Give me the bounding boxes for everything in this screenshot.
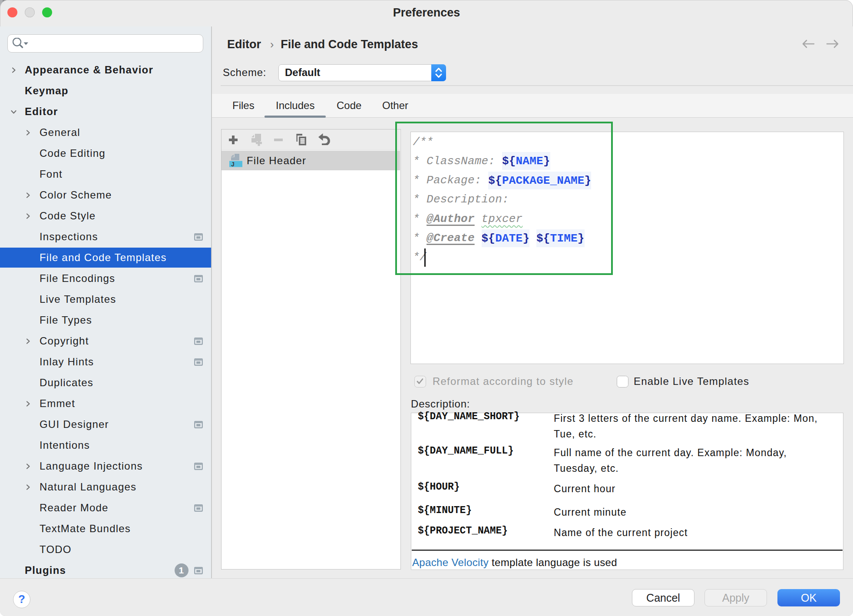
svg-text:J: J <box>231 161 235 168</box>
